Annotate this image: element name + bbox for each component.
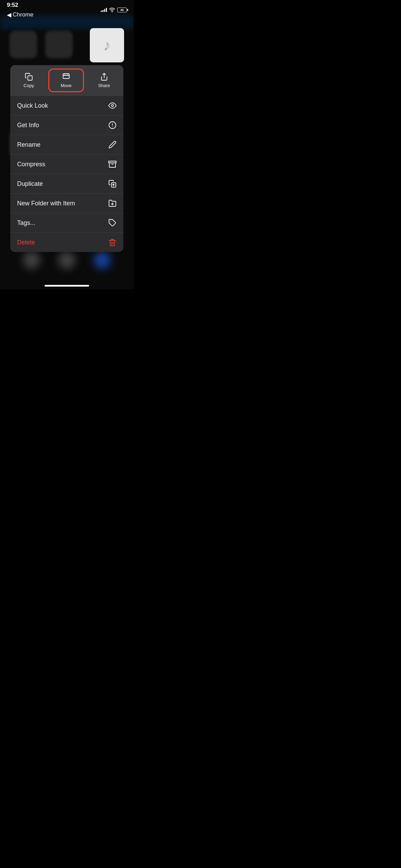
eye-icon: [108, 101, 117, 110]
trash-icon: [108, 238, 117, 246]
battery-icon: 46: [117, 8, 127, 12]
copy-label: Copy: [24, 83, 34, 88]
copy-button[interactable]: Copy: [15, 70, 42, 91]
pencil-icon: [108, 141, 117, 149]
new-folder-label: New Folder with Item: [17, 200, 75, 207]
back-button[interactable]: ◀ Chrome: [7, 11, 33, 19]
delete-item[interactable]: Delete: [10, 232, 123, 252]
status-bar: 9:52 ◀ Chrome 46: [0, 0, 134, 15]
wifi-icon: [109, 7, 115, 13]
move-label: Move: [61, 83, 72, 88]
bottom-decorations: [0, 252, 134, 269]
compress-label: Compress: [17, 161, 45, 168]
signal-icon: [101, 8, 107, 12]
move-button[interactable]: Move: [52, 70, 80, 91]
action-buttons-row: Copy Move Share: [10, 65, 123, 96]
archive-icon: [108, 160, 117, 168]
copy-icon: [25, 73, 33, 81]
rename-item[interactable]: Rename: [10, 135, 123, 154]
file-icon: ♪: [90, 28, 124, 62]
home-indicator[interactable]: [45, 285, 89, 287]
back-chevron-icon: ◀: [7, 11, 11, 19]
bottom-dot-right: [94, 252, 111, 269]
share-button[interactable]: Share: [90, 70, 118, 91]
info-icon: [108, 121, 117, 129]
bottom-dot-center: [58, 252, 75, 269]
svg-rect-1: [28, 76, 32, 80]
share-label: Share: [98, 83, 110, 88]
move-icon: [62, 73, 70, 81]
tags-item[interactable]: Tags...: [10, 213, 123, 232]
svg-rect-8: [109, 161, 116, 163]
quick-look-label: Quick Look: [17, 102, 48, 109]
status-time: 9:52: [7, 2, 33, 9]
svg-point-4: [111, 105, 113, 107]
duplicate-item[interactable]: Duplicate: [10, 174, 123, 193]
share-icon: [100, 73, 108, 81]
background-icons-row1: [0, 31, 82, 58]
duplicate-icon: [108, 180, 117, 188]
get-info-label: Get Info: [17, 122, 39, 129]
quick-look-item[interactable]: Quick Look: [10, 96, 123, 115]
new-folder-item[interactable]: New Folder with Item: [10, 193, 123, 213]
tag-icon: [108, 219, 117, 227]
back-label: Chrome: [13, 11, 33, 18]
rename-label: Rename: [17, 141, 40, 148]
music-note-icon: ♪: [103, 37, 111, 54]
duplicate-label: Duplicate: [17, 180, 43, 188]
svg-rect-2: [63, 74, 69, 79]
tags-label: Tags...: [17, 219, 35, 227]
delete-label: Delete: [17, 239, 35, 246]
svg-point-0: [112, 12, 112, 12]
bg-icon-1: [10, 31, 37, 58]
bg-icon-2: [45, 31, 73, 58]
context-menu: Copy Move Share Quick Look: [10, 65, 123, 252]
compress-item[interactable]: Compress: [10, 154, 123, 174]
bottom-dot-left: [23, 252, 40, 269]
status-indicators: 46: [101, 7, 127, 13]
get-info-item[interactable]: Get Info: [10, 115, 123, 135]
folder-plus-icon: [108, 199, 117, 207]
